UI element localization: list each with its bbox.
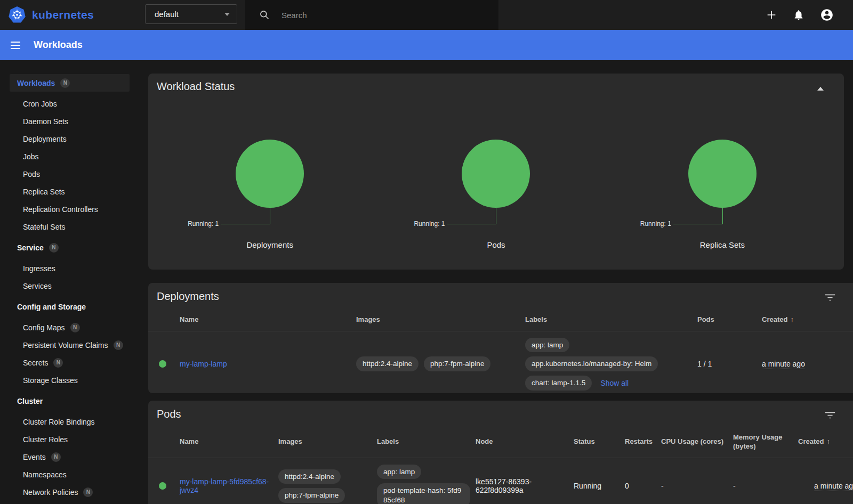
action-toolbar: Workloads [0, 30, 853, 60]
search-input[interactable] [280, 10, 472, 20]
sidebar-item-label: Pods [23, 170, 40, 178]
show-all-link[interactable]: Show all [600, 379, 629, 387]
pod-images: httpd:2.4-alpinephp:7-fpm-alpine [278, 469, 372, 503]
sidebar-item[interactable]: Stateful Sets [10, 218, 130, 235]
sidebar-item[interactable]: Daemon Sets [10, 112, 130, 130]
pods-table: Name Images Labels Node Status Restarts [148, 429, 853, 504]
namespace-selector[interactable]: default [145, 4, 237, 24]
sidebar-item[interactable]: Cluster Roles [10, 430, 130, 448]
sidebar-item[interactable]: Workloads N [10, 74, 130, 92]
notifications-button[interactable] [793, 9, 804, 21]
image-chip: httpd:2.4-alpine [356, 356, 419, 371]
collapse-card-button[interactable] [815, 82, 826, 94]
filter-list-icon [824, 291, 836, 303]
column-header[interactable]: Images [356, 311, 525, 331]
sidebar-item[interactable]: Config Maps N [10, 319, 130, 336]
search-icon [259, 10, 270, 20]
sidebar-item-label: Services [23, 282, 52, 290]
legend-connector-line [447, 224, 496, 224]
filter-button[interactable] [823, 290, 837, 306]
sidebar-item[interactable]: Network Policies N [10, 483, 130, 501]
column-header[interactable]: Pods [697, 311, 762, 331]
sidebar-item[interactable]: Namespaces [10, 466, 130, 483]
label-chip: app: lamp [377, 465, 421, 479]
deployment-row: my-lamp-lamp httpd:2.4-alpinephp:7-fpm-a… [148, 331, 853, 393]
status-ok-icon [159, 360, 166, 368]
sidebar-item[interactable]: Secrets N [10, 354, 130, 371]
sidebar-item[interactable]: Service N [10, 239, 130, 256]
pod-created-time: a minute ago [814, 482, 853, 491]
column-header[interactable]: Name [180, 311, 356, 331]
column-header[interactable]: Name [180, 429, 278, 458]
image-chip: httpd:2.4-alpine [278, 469, 341, 484]
account-circle-icon [820, 8, 834, 22]
sidebar-item-label: Cron Jobs [23, 100, 57, 108]
sidebar-item[interactable]: Storage Classes [10, 371, 130, 389]
sidebar-item[interactable]: Events N [10, 448, 130, 466]
column-header[interactable]: Memory Usage (bytes) [733, 429, 798, 458]
column-header[interactable]: Labels [377, 429, 476, 458]
kubernetes-logo-icon [8, 6, 26, 24]
sidebar-item-label: Events [23, 453, 46, 461]
column-header[interactable]: CPU Usage (cores) [661, 429, 733, 458]
label-row: app: lamp [377, 465, 421, 479]
filter-list-icon [824, 409, 836, 421]
column-header[interactable]: Created↑ [798, 429, 853, 458]
workload-status-title: Workload Status [157, 80, 235, 93]
create-resource-button[interactable] [766, 9, 777, 21]
pie-chart: Running: 1 [609, 140, 835, 224]
column-header[interactable]: Status [574, 429, 625, 458]
sidebar-item-label: Secrets [23, 359, 48, 367]
workload-status-chart: Running: 1 Deployments [157, 140, 383, 249]
pie-chart: Running: 1 [157, 140, 383, 224]
deployment-images: httpd:2.4-alpinephp:7-fpm-alpine [356, 356, 520, 371]
column-header[interactable]: Restarts [625, 429, 661, 458]
column-header[interactable]: Created↑ [762, 311, 853, 331]
pod-status: Running [574, 458, 625, 504]
sidebar-item[interactable]: Services [10, 277, 130, 295]
user-account-button[interactable] [820, 8, 834, 22]
sidebar-item-label: Config and Storage [17, 303, 86, 311]
legend-connector-line [270, 208, 270, 224]
sidebar-item[interactable]: Persistent Volume Claims N [10, 336, 130, 354]
column-header[interactable]: Labels [525, 311, 697, 331]
sidebar-item-label: Cluster [17, 397, 43, 405]
pie-chart-running-slice [688, 140, 757, 208]
filter-button[interactable] [823, 408, 837, 424]
sidebar-item-label: Persistent Volume Claims [23, 341, 108, 349]
pods-card-title: Pods [148, 408, 853, 420]
sidebar-item[interactable]: Replication Controllers [10, 200, 130, 218]
sidebar-item[interactable]: Cron Jobs [10, 95, 130, 112]
sidebar-item[interactable]: Cluster Role Bindings [10, 413, 130, 430]
deployment-created-time: a minute ago [762, 360, 805, 369]
deployment-pods-count: 1 / 1 [697, 331, 762, 393]
deployments-table-header: Name Images Labels Pods Created↑ [148, 311, 853, 331]
workload-status-chart: Running: 1 Replica Sets [609, 140, 835, 249]
status-ok-icon [159, 482, 166, 490]
column-header[interactable]: Images [278, 429, 377, 458]
pod-labels: app: lamp pod-template-hash: 5fd985cf68 [377, 465, 470, 504]
label-row: pod-template-hash: 5fd985cf68 [377, 483, 470, 504]
pod-node: lke55127-86393-622f8d09399a [476, 458, 574, 504]
menu-toggle-button[interactable] [11, 42, 20, 49]
sidebar-item: Cluster [10, 392, 130, 410]
sidebar-item[interactable]: Deployments [10, 130, 130, 148]
sidebar-item[interactable]: Ingresses [10, 259, 130, 277]
sidebar-item[interactable]: Replica Sets [10, 183, 130, 200]
pie-chart-running-slice [236, 140, 304, 208]
sidebar-item[interactable]: Pods [10, 165, 130, 183]
deployment-name-link[interactable]: my-lamp-lamp [180, 360, 227, 368]
deployment-labels: app: lamp app.kubernetes.io/managed-by: … [525, 338, 692, 391]
label-chip: app.kubernetes.io/managed-by: Helm [525, 356, 658, 371]
new-items-badge: N [51, 452, 61, 462]
pod-name-link[interactable]: my-lamp-lamp-5fd985cf68-jwvz4 [180, 477, 269, 494]
page-title: Workloads [34, 39, 83, 51]
sidebar-nav: Workloads N Cron Jobs Daemon Sets Deploy… [0, 60, 139, 504]
main-content: Workload Status Running: 1 [148, 60, 853, 504]
sidebar-item[interactable]: Jobs [10, 148, 130, 165]
sidebar-item-label: Network Policies [23, 488, 78, 497]
kubernetes-brand[interactable]: kubernetes [0, 6, 94, 24]
chevron-up-icon [817, 87, 824, 91]
brand-title: kubernetes [32, 9, 94, 21]
column-header[interactable]: Node [476, 429, 574, 458]
